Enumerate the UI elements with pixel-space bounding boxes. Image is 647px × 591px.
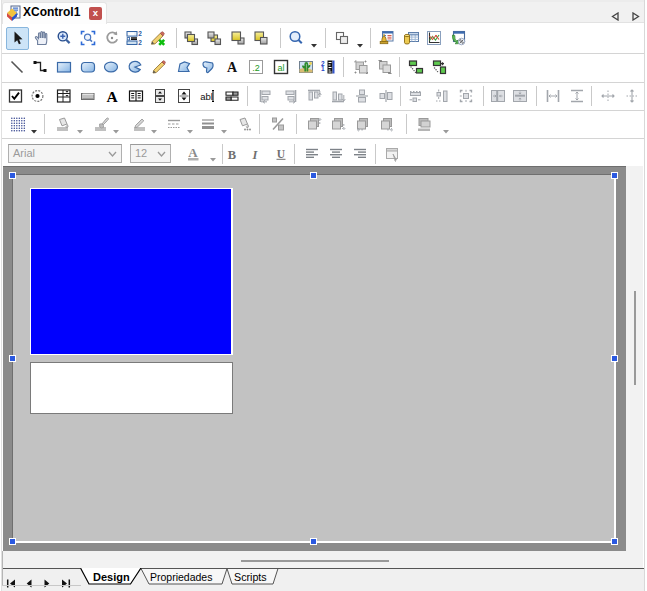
svg-text:2: 2 bbox=[138, 39, 142, 46]
svg-text:A: A bbox=[227, 60, 238, 75]
svg-text:U: U bbox=[277, 148, 286, 160]
svg-text:2: 2 bbox=[138, 30, 142, 37]
svg-text:A: A bbox=[188, 146, 198, 160]
svg-text:Design: Design bbox=[93, 571, 130, 583]
svg-text:abl: abl bbox=[200, 91, 213, 102]
svg-text:I: I bbox=[252, 148, 259, 162]
svg-text:al: al bbox=[277, 63, 284, 73]
svg-text:.2: .2 bbox=[252, 63, 260, 73]
svg-text:Propriedades: Propriedades bbox=[150, 571, 212, 583]
svg-text:A: A bbox=[106, 88, 118, 104]
svg-text:1: 1 bbox=[321, 65, 325, 72]
svg-text:Scripts: Scripts bbox=[234, 571, 267, 583]
svg-text:B: B bbox=[228, 148, 236, 162]
